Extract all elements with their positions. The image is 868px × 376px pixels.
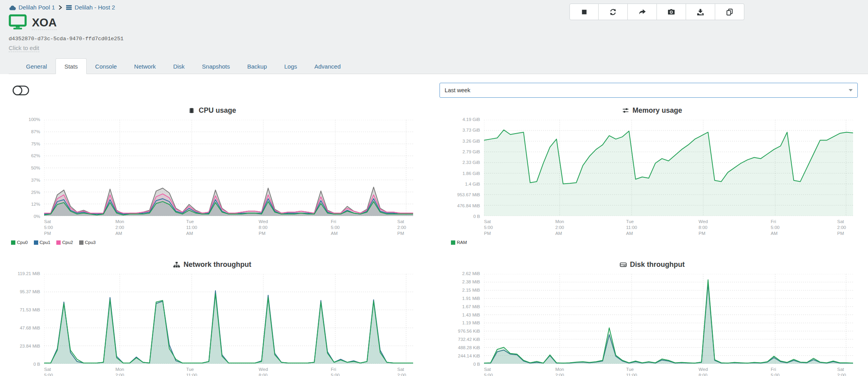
- x-axis-label: Sat2:00PM: [397, 219, 406, 237]
- breadcrumb-pool-link[interactable]: Delilah Pool 1: [9, 4, 55, 11]
- charts-grid: CPU usage 100%87%75%62%50%37%25%12%0% Sa…: [9, 106, 858, 376]
- y-axis-label: 3.26 GiB: [451, 139, 480, 143]
- export-button[interactable]: [686, 4, 715, 20]
- y-axis-label: 488.28 KiB: [451, 345, 480, 350]
- legend-swatch: [34, 240, 38, 245]
- y-axis-label: 976.56 KiB: [451, 329, 480, 333]
- y-axis: 100%87%75%62%50%37%25%12%0%: [11, 117, 40, 219]
- tab-backup[interactable]: Backup: [239, 58, 276, 74]
- x-axis-label: Fri5:00AM: [331, 219, 339, 237]
- x-axis-label: Sat5:00PM: [484, 219, 493, 237]
- tab-bar: GeneralStatsConsoleNetworkDiskSnapshotsB…: [9, 58, 868, 74]
- snapshot-button[interactable]: [657, 4, 686, 20]
- cpu-usage-title: CPU usage: [11, 106, 413, 115]
- chevron-right-icon: [58, 5, 62, 10]
- y-axis-label: 37%: [11, 178, 40, 182]
- y-axis-label: 476.84 MiB: [451, 203, 480, 208]
- legend-item-cpu1[interactable]: Cpu1: [34, 240, 51, 245]
- chart-title-text: Disk throughput: [630, 261, 685, 269]
- y-axis-label: 23.84 MiB: [11, 344, 40, 348]
- breadcrumb-pool-label: Delilah Pool 1: [19, 4, 55, 11]
- x-axis-label: Wed8:00PM: [259, 367, 268, 376]
- legend-item-cpu2[interactable]: Cpu2: [56, 240, 73, 245]
- legend-item-cpu3[interactable]: Cpu3: [79, 240, 96, 245]
- x-axis-label: Mon2:00AM: [115, 367, 124, 376]
- chart-title-text: Memory usage: [632, 106, 682, 115]
- x-axis-label: Wed8:00PM: [259, 219, 268, 237]
- x-axis: Sat5:00PMMon2:00AMTue11:00AMWed8:00PMFri…: [484, 219, 853, 239]
- legend-item-ram[interactable]: RAM: [451, 240, 467, 245]
- y-axis-label: 1.91 MiB: [451, 296, 480, 301]
- breadcrumb-host-label: Delilah - Host 2: [75, 4, 115, 11]
- cloud-icon: [9, 4, 16, 11]
- x-axis-label: Mon2:00AM: [555, 367, 564, 376]
- chart-title-text: Network throughput: [184, 261, 251, 269]
- y-axis-label: 0 B: [11, 362, 40, 367]
- network-throughput-chart: Network throughput 119.21 MiB95.37 MiB71…: [11, 261, 413, 376]
- cpu-usage-legend: Cpu0Cpu1Cpu2Cpu3: [11, 240, 413, 245]
- x-axis-label: Sat5:00PM: [44, 219, 53, 237]
- legend-label: Cpu3: [85, 240, 96, 245]
- y-axis-label: 50%: [11, 166, 40, 170]
- y-axis-label: 1.19 MiB: [451, 320, 480, 325]
- stats-panel: Last week CPU usage 100%87%75%62%50%37%2…: [0, 74, 868, 376]
- legend-swatch: [11, 240, 15, 245]
- tab-advanced[interactable]: Advanced: [306, 58, 349, 74]
- stop-button[interactable]: [569, 4, 599, 20]
- y-axis-label: 2.62 MiB: [451, 271, 480, 276]
- y-axis-label: 71.53 MiB: [11, 307, 40, 312]
- x-axis-label: Mon2:00AM: [555, 219, 564, 237]
- x-axis-label: Tue11:00AM: [186, 219, 197, 237]
- y-axis: 4.19 GiB3.73 GiB3.26 GiB2.79 GiB2.33 GiB…: [451, 117, 480, 219]
- tab-general[interactable]: General: [17, 58, 56, 74]
- y-axis-label: 2.38 MiB: [451, 279, 480, 284]
- legend-label: Cpu1: [40, 240, 51, 245]
- copy-icon: [725, 8, 734, 16]
- toggle-off-icon[interactable]: [13, 86, 29, 95]
- y-axis-label: 1.4 GiB: [451, 182, 480, 186]
- y-axis-label: 12%: [11, 202, 40, 207]
- x-axis: Sat5:00PMMon2:00AMTue11:00AMWed8:00PMFri…: [44, 367, 413, 376]
- chart-title-text: CPU usage: [198, 106, 236, 115]
- click-to-edit[interactable]: Click to edit: [9, 45, 39, 52]
- tab-snapshots[interactable]: Snapshots: [193, 58, 239, 74]
- copy-button[interactable]: [715, 4, 744, 20]
- stats-range-select[interactable]: Last week: [440, 83, 858, 98]
- vm-uuid: d4352870-d73c-5cda-9470-ffd7cd01e251: [9, 36, 868, 42]
- x-axis-label: Sat2:00PM: [837, 219, 846, 237]
- legend-label: Cpu0: [17, 240, 28, 245]
- migrate-button[interactable]: [628, 4, 657, 20]
- breadcrumb-host-link[interactable]: Delilah - Host 2: [65, 4, 115, 11]
- y-axis-label: 2.33 GiB: [451, 160, 480, 165]
- cpu-usage-chart: CPU usage 100%87%75%62%50%37%25%12%0% Sa…: [11, 106, 413, 245]
- y-axis-label: 75%: [11, 141, 40, 146]
- legend-swatch: [56, 240, 61, 245]
- reboot-button[interactable]: [599, 4, 628, 20]
- x-axis-label: Fri5:00AM: [331, 367, 339, 376]
- tab-console[interactable]: Console: [87, 58, 126, 74]
- x-axis-label: Tue11:00AM: [626, 219, 637, 237]
- y-axis-label: 1.86 GiB: [451, 171, 480, 176]
- vm-name[interactable]: XOA: [32, 16, 57, 30]
- vm-action-toolbar: [569, 4, 744, 20]
- tab-disk[interactable]: Disk: [165, 58, 193, 74]
- legend-label: RAM: [457, 240, 467, 245]
- y-axis-label: 0%: [11, 214, 40, 219]
- tab-stats[interactable]: Stats: [56, 58, 86, 74]
- x-axis-label: Sat5:00PM: [44, 367, 53, 376]
- y-axis: 119.21 MiB95.37 MiB71.53 MiB47.68 MiB23.…: [11, 271, 40, 367]
- legend-swatch: [79, 240, 83, 245]
- tab-network[interactable]: Network: [126, 58, 165, 74]
- disk-throughput-plot: [484, 274, 853, 364]
- legend-item-cpu0[interactable]: Cpu0: [11, 240, 28, 245]
- x-axis-label: Wed8:00PM: [699, 219, 708, 237]
- y-axis-label: 244.14 KiB: [451, 354, 480, 358]
- y-axis-label: 1.67 MiB: [451, 304, 480, 309]
- y-axis-label: 0 B: [451, 362, 480, 367]
- x-axis: Sat5:00PMMon2:00AMTue11:00AMWed8:00PMFri…: [44, 219, 413, 239]
- legend-swatch: [451, 240, 455, 245]
- server-icon: [65, 4, 72, 11]
- disk-throughput-title: Disk throughput: [451, 261, 853, 269]
- y-axis-label: 4.19 GiB: [451, 117, 480, 122]
- tab-logs[interactable]: Logs: [276, 58, 306, 74]
